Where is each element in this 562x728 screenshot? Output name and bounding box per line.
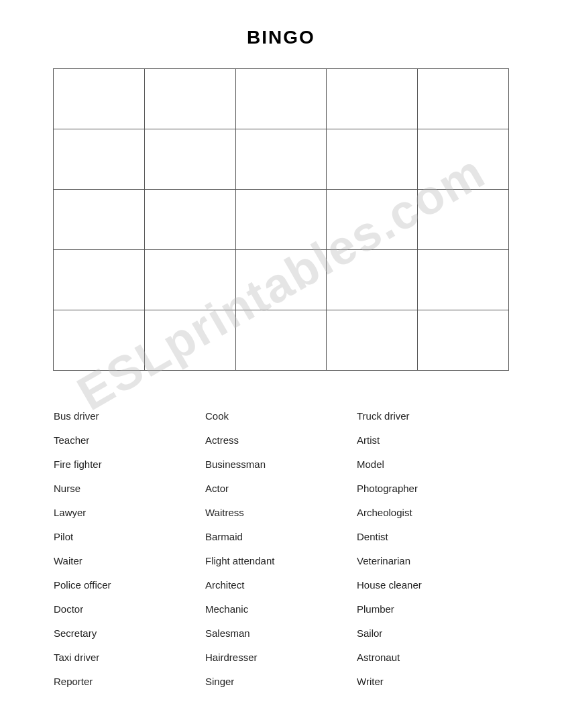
bingo-cell xyxy=(54,129,145,190)
list-item: Salesman xyxy=(205,621,357,646)
bingo-cell xyxy=(418,310,509,371)
bingo-cell xyxy=(54,190,145,250)
bingo-cell xyxy=(144,250,235,310)
bingo-row-2 xyxy=(54,129,509,190)
bingo-cell xyxy=(418,250,509,310)
list-item: Actress xyxy=(205,428,357,452)
bingo-cell xyxy=(54,310,145,371)
list-item: Veterinarian xyxy=(357,549,508,573)
bingo-cell xyxy=(235,129,327,190)
list-item: Nurse xyxy=(54,477,205,501)
word-column-2: CookActressBusinessmanActorWaitressBarma… xyxy=(205,404,357,694)
list-item: Police officer xyxy=(54,573,205,597)
list-item: Cook xyxy=(205,404,357,428)
list-item: Architect xyxy=(205,573,357,597)
list-item: Artist xyxy=(357,428,508,452)
list-item: Truck driver xyxy=(357,404,508,428)
bingo-cell xyxy=(235,310,327,371)
list-item: Sailor xyxy=(357,621,508,646)
list-item: Actor xyxy=(205,477,357,501)
bingo-grid xyxy=(53,68,509,371)
word-list-section: Bus driverTeacherFire fighterNurseLawyer… xyxy=(40,404,522,694)
bingo-cell xyxy=(327,129,418,190)
word-column-3: Truck driverArtistModelPhotographerArche… xyxy=(357,404,508,694)
list-item: Hairdresser xyxy=(205,646,357,670)
bingo-cell xyxy=(235,69,327,129)
bingo-row-4 xyxy=(54,250,509,310)
bingo-row-1 xyxy=(54,69,509,129)
list-item: Waitress xyxy=(205,501,357,525)
list-item: House cleaner xyxy=(357,573,508,597)
bingo-cell xyxy=(418,69,509,129)
list-item: Archeologist xyxy=(357,501,508,525)
bingo-cell xyxy=(54,69,145,129)
bingo-cell xyxy=(327,310,418,371)
bingo-cell xyxy=(144,129,235,190)
list-item: Barmaid xyxy=(205,525,357,549)
bingo-cell xyxy=(54,250,145,310)
page-title: BINGO xyxy=(40,27,522,48)
bingo-cell xyxy=(235,190,327,250)
list-item: Waiter xyxy=(54,549,205,573)
bingo-cell xyxy=(418,190,509,250)
list-item: Singer xyxy=(205,670,357,694)
bingo-cell xyxy=(144,310,235,371)
list-item: Reporter xyxy=(54,670,205,694)
list-item: Writer xyxy=(357,670,508,694)
list-item: Mechanic xyxy=(205,597,357,621)
list-item: Businessman xyxy=(205,452,357,477)
bingo-cell xyxy=(144,190,235,250)
list-item: Plumber xyxy=(357,597,508,621)
list-item: Taxi driver xyxy=(54,646,205,670)
list-item: Teacher xyxy=(54,428,205,452)
list-item: Pilot xyxy=(54,525,205,549)
list-item: Model xyxy=(357,452,508,477)
word-column-1: Bus driverTeacherFire fighterNurseLawyer… xyxy=(54,404,205,694)
bingo-cell xyxy=(327,190,418,250)
list-item: Flight attendant xyxy=(205,549,357,573)
list-item: Lawyer xyxy=(54,501,205,525)
bingo-cell xyxy=(327,69,418,129)
bingo-row-5 xyxy=(54,310,509,371)
list-item: Bus driver xyxy=(54,404,205,428)
bingo-cell xyxy=(327,250,418,310)
list-item: Photographer xyxy=(357,477,508,501)
list-item: Secretary xyxy=(54,621,205,646)
bingo-cell xyxy=(418,129,509,190)
list-item: Astronaut xyxy=(357,646,508,670)
list-item: Dentist xyxy=(357,525,508,549)
bingo-row-3 xyxy=(54,190,509,250)
list-item: Doctor xyxy=(54,597,205,621)
list-item: Fire fighter xyxy=(54,452,205,477)
bingo-cell xyxy=(235,250,327,310)
bingo-cell xyxy=(144,69,235,129)
